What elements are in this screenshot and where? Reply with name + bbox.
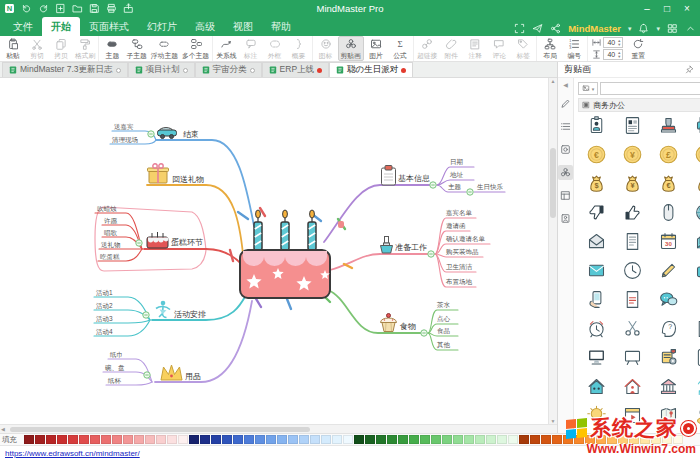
maximize-button[interactable]: □ xyxy=(658,1,676,16)
fill-swatch-45[interactable] xyxy=(519,435,529,444)
stamp-clipart-icon[interactable] xyxy=(650,115,686,136)
fill-swatch-20[interactable] xyxy=(244,435,254,444)
topic-label[interactable]: 准备工作 xyxy=(395,243,427,252)
subtopic-label[interactable]: 确认邀请名单 xyxy=(446,235,486,243)
ribbon-button-copy[interactable]: 拷贝 xyxy=(49,36,73,61)
pencil-clipart-icon[interactable] xyxy=(650,260,686,281)
ribbon-button-layout[interactable]: 布局 xyxy=(538,36,562,61)
ribbon-button-floating-topic[interactable]: 浮动主题 xyxy=(149,36,180,61)
topic-label[interactable]: 蛋糕环节 xyxy=(171,238,203,247)
fill-swatch-55[interactable] xyxy=(629,435,639,444)
fill-swatch-0[interactable] xyxy=(24,435,34,444)
bulb-clipart-icon[interactable] xyxy=(578,405,614,426)
subtopic-label[interactable]: 纸巾 xyxy=(109,351,123,358)
fill-swatch-50[interactable] xyxy=(574,435,584,444)
topic-label[interactable]: 活动安排 xyxy=(174,310,206,319)
fill-swatch-5[interactable] xyxy=(79,435,89,444)
canvas-vertical-scrollbar[interactable]: ▲▼ xyxy=(548,78,557,424)
ribbon-button-callout[interactable]: 标注 xyxy=(239,36,263,61)
print-icon[interactable] xyxy=(106,3,117,14)
fill-swatch-41[interactable] xyxy=(475,435,485,444)
tab-close-icon[interactable] xyxy=(116,68,121,73)
collapse-button[interactable] xyxy=(428,251,434,257)
menu-item-0[interactable]: 文件 xyxy=(4,17,42,36)
subtopic-label[interactable]: 点心 xyxy=(437,315,451,322)
bell-dropdown-icon[interactable]: ▾ xyxy=(656,25,660,33)
fill-swatch-18[interactable] xyxy=(222,435,232,444)
collapse-button[interactable] xyxy=(467,189,473,195)
subtopic-label[interactable]: 活动2 xyxy=(96,302,113,310)
minimize-button[interactable]: – xyxy=(638,1,656,16)
fill-swatch-51[interactable] xyxy=(585,435,595,444)
fill-swatch-13[interactable] xyxy=(167,435,177,444)
menu-item-6[interactable]: 帮助 xyxy=(262,17,300,36)
subtopic-label[interactable]: 地址 xyxy=(450,171,464,178)
topic-label[interactable]: 回送礼物 xyxy=(172,175,204,184)
bag-gbp-clipart-icon[interactable]: £ xyxy=(686,173,700,194)
document-tab-1[interactable]: 项目计划 xyxy=(128,62,195,77)
fill-swatch-12[interactable] xyxy=(156,435,166,444)
subtopic-label[interactable]: 吹蜡烛 xyxy=(97,205,117,213)
unsaved-dot[interactable] xyxy=(401,68,406,73)
subtopic-label[interactable]: 嘉宾名单 xyxy=(446,209,473,217)
topic-label[interactable]: 结束 xyxy=(183,130,199,139)
scissors-clipart-icon[interactable] xyxy=(614,318,650,339)
fill-swatch-14[interactable] xyxy=(178,435,188,444)
panel-tab-pen-icon[interactable] xyxy=(558,96,573,111)
bag-usd-clipart-icon[interactable]: $ xyxy=(578,173,614,194)
id-badge-clipart-icon[interactable] xyxy=(578,115,614,136)
fill-swatch-27[interactable] xyxy=(321,435,331,444)
fill-swatch-52[interactable] xyxy=(596,435,606,444)
whiteboard-clipart-icon[interactable] xyxy=(614,347,650,368)
apps-grid-icon[interactable] xyxy=(667,23,678,34)
collapse-button[interactable] xyxy=(144,372,150,378)
fill-swatch-59[interactable] xyxy=(673,435,683,444)
v-spacing-stepper[interactable]: 40▲▼ xyxy=(603,49,623,60)
tab-close-icon[interactable] xyxy=(250,68,255,73)
topic-label[interactable]: 食物 xyxy=(399,322,416,331)
ribbon-button-tag[interactable]: 标签 xyxy=(511,36,535,61)
subtopic-label[interactable]: 生日快乐 xyxy=(477,183,504,190)
subtopic-label[interactable]: 其他 xyxy=(436,341,451,349)
ribbon-button-relation[interactable]: 关系线 xyxy=(214,36,238,61)
fullscreen-icon[interactable] xyxy=(514,23,525,34)
video-calendar-clipart-icon[interactable] xyxy=(614,405,650,426)
collapse-button[interactable] xyxy=(421,330,427,336)
tab-close-icon[interactable] xyxy=(183,68,188,73)
fill-swatch-4[interactable] xyxy=(68,435,78,444)
mouse-clipart-icon[interactable] xyxy=(650,202,686,223)
printer-gear-clipart-icon[interactable] xyxy=(650,347,686,368)
subtopic-label[interactable]: 纸杯 xyxy=(107,377,122,384)
briefcase-clipart-icon[interactable] xyxy=(686,260,700,281)
panel-tab-icons-icon[interactable] xyxy=(558,142,573,157)
subtopic-label[interactable]: 日期 xyxy=(450,158,463,165)
mail-open-clipart-icon[interactable] xyxy=(686,231,700,252)
subtopic-label[interactable]: 清理现场 xyxy=(112,136,138,144)
subtopic-label[interactable]: 活动3 xyxy=(96,315,113,323)
fill-swatch-43[interactable] xyxy=(497,435,507,444)
collapse-button[interactable] xyxy=(143,312,149,318)
fill-swatch-9[interactable] xyxy=(123,435,133,444)
subtopic-label[interactable]: 送礼物 xyxy=(101,241,121,249)
subtopic-label[interactable]: 茶水 xyxy=(436,301,451,308)
share-icon[interactable] xyxy=(550,23,561,34)
collapse-ribbon-icon[interactable] xyxy=(685,23,696,34)
fill-swatch-42[interactable] xyxy=(486,435,496,444)
fill-swatch-7[interactable] xyxy=(101,435,111,444)
fill-swatch-21[interactable] xyxy=(255,435,265,444)
collapse-panel-icon[interactable]: ◀ xyxy=(563,81,568,88)
subtopic-label[interactable]: 活动4 xyxy=(96,328,113,336)
bank-clipart-icon[interactable] xyxy=(650,376,686,397)
fill-swatch-47[interactable] xyxy=(541,435,551,444)
fill-swatch-16[interactable] xyxy=(200,435,210,444)
logo-icon[interactable]: N xyxy=(4,3,15,14)
account-name[interactable]: MindMaster xyxy=(568,23,621,34)
ribbon-button-cut[interactable]: 剪切 xyxy=(25,36,49,61)
save-icon[interactable] xyxy=(89,3,100,14)
fill-swatch-22[interactable] xyxy=(266,435,276,444)
fill-swatch-54[interactable] xyxy=(618,435,628,444)
subtopic-label[interactable]: 邀请函 xyxy=(446,222,466,229)
subtopic-label[interactable]: 购买装饰品 xyxy=(446,248,479,256)
fill-swatch-28[interactable] xyxy=(332,435,342,444)
ribbon-button-boundary[interactable]: 外框 xyxy=(263,36,287,61)
